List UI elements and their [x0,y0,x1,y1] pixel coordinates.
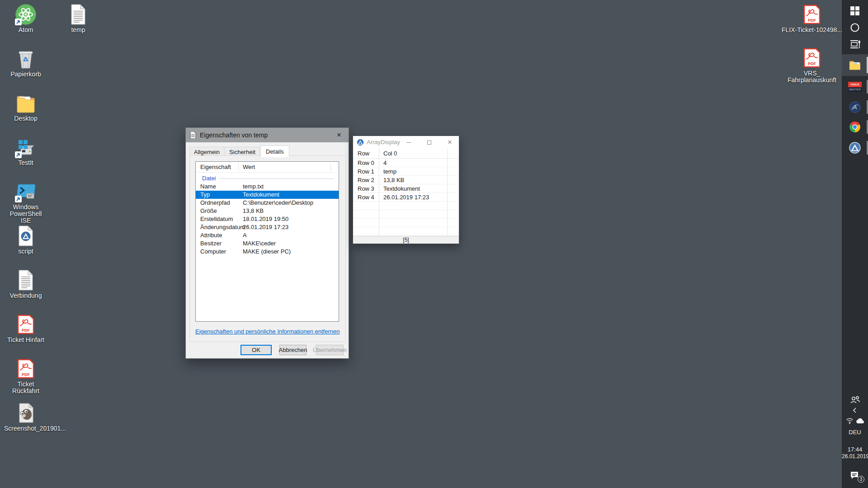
autoit-button[interactable]: A [842,98,868,117]
close-icon[interactable]: × [330,128,349,142]
language-label: DEU [842,429,868,436]
detail-row-aenderungsdatum[interactable]: Änderungsdatum 26.01.2019 17:23 [196,223,339,231]
desktop-icon-vrs-fahrplanauskunft[interactable]: PDF VRS_ Fahrplanauskunft [780,47,844,84]
array-row-1[interactable]: Row 1 temp [353,167,459,176]
pdf-file-icon: PDF [15,358,37,380]
file-explorer-button[interactable] [842,54,868,76]
array-row-0[interactable]: Row 0 4 [353,159,459,167]
desktop-icon-desktop-folder[interactable]: Desktop [4,92,47,122]
ok-button[interactable]: OK [241,345,272,355]
array-row-3[interactable]: Row 3 Textdokument [353,184,459,193]
desktop-icon-script[interactable]: script [4,225,47,255]
cortana-circle-icon [850,23,860,33]
tray-icons[interactable] [842,415,868,426]
column-header-value: Wert [243,164,255,170]
arraydisplay-titlebar[interactable]: ArrayDisplay × [353,136,459,149]
autohotkey-button[interactable] [842,138,868,157]
icon-label: Verbindung [4,292,47,299]
detail-row-typ-selected[interactable]: Typ Textdokument [196,191,339,199]
desktop-icon-flix-ticket[interactable]: PDF FLIX-Ticket-102498... [780,4,844,33]
tab-details[interactable]: Details [260,145,289,157]
close-icon[interactable]: × [440,136,459,149]
detail-row-besitzer[interactable]: Besitzer MAKE\ceder [196,239,339,248]
script-file-icon [15,225,37,247]
array-row-2[interactable]: Row 2 13,8 KB [353,176,459,184]
icon-label: Atom [4,27,47,33]
dialog-titlebar[interactable]: Eigenschaften von temp × [186,128,349,142]
clock-time: 17:44 [842,446,868,453]
voicemeeter-button[interactable]: VOICE MEETER [842,77,868,96]
taskbar: VOICE MEETER A [842,0,868,488]
pdf-label: PDF [15,328,37,333]
icon-label: Desktop [4,115,47,122]
array-status-bar: [5] [353,236,459,244]
show-hidden-icons-button[interactable] [842,405,868,415]
group-label-datei: Datei [202,175,216,182]
desktop-icon-ticket-rueckfahrt[interactable]: PDF Ticket Rückfahrt [4,358,47,394]
shortcut-arrow-icon [15,19,22,25]
clock[interactable]: 17:44 26.01.2019 [842,445,868,461]
action-center-button[interactable]: 3 [842,467,868,483]
text-document-icon [15,269,37,291]
detail-row-groesse[interactable]: Größe 13,8 KB [196,207,339,215]
windows-logo-icon [850,6,859,15]
recycle-bin-icon [15,48,37,70]
details-list-header: Eigenschaft Wert [196,162,339,173]
powershell-ise-icon [15,181,37,202]
column-header-row: Row [358,150,369,157]
icon-label: Screenshot_201901... [4,425,47,432]
drive-windows-icon [15,136,37,158]
apply-button-disabled: Übernehmen [316,345,344,355]
detail-row-attribute[interactable]: Attribute A [196,231,339,239]
desktop-icon-papierkorb[interactable]: Papierkorb [4,48,47,78]
folder-chrome-icon [15,92,37,114]
group-divider-line [219,178,334,179]
properties-document-icon [190,131,196,139]
svg-text:A: A [853,104,857,111]
icon-label: script [4,248,47,255]
desktop: Atom temp Papierkorb [0,0,868,488]
shortcut-arrow-icon [15,151,22,158]
language-indicator[interactable]: DEU [842,427,868,436]
icon-label: Ticket Rückfahrt [4,381,47,394]
array-row-empty [353,219,459,227]
pdf-label: PDF [801,18,823,23]
column-header-col0: Col 0 [383,150,397,157]
pdf-file-icon: PDF [801,47,823,69]
notification-badge: 3 [858,476,864,483]
detail-row-name[interactable]: Name temp.txt [196,183,339,191]
start-button[interactable] [842,1,868,20]
desktop-icon-verbindung[interactable]: Verbindung [4,269,47,299]
clock-date: 26.01.2019 [842,453,868,460]
icon-label: Papierkorb [4,71,47,78]
array-table-header: Row Col 0 [353,149,459,159]
desktop-icon-screenshot[interactable]: Screenshot_201901... [4,402,47,432]
detail-row-erstelldatum[interactable]: Erstelldatum 18.01.2019 19:50 [196,215,339,223]
array-row-empty [353,227,459,236]
text-document-icon [67,4,89,25]
minimize-icon[interactable] [399,136,419,149]
detail-row-computer[interactable]: Computer MAKE (dieser PC) [196,248,339,256]
task-view-button[interactable] [842,35,868,54]
people-button[interactable] [842,393,868,407]
array-row-4[interactable]: Row 4 26.01.2019 17:23 [353,193,459,202]
desktop-icon-atom[interactable]: Atom [4,4,47,33]
remove-properties-link[interactable]: Eigenschaften und persönliche Informatio… [195,328,340,335]
onedrive-cloud-icon [856,418,864,424]
details-list: Eigenschaft Wert Datei Name temp.txt Typ… [195,161,339,322]
detail-row-ordnerpfad[interactable]: Ordnerpfad C:\Benutzer\ceder\Desktop [196,199,339,207]
desktop-icon-temp[interactable]: temp [57,4,100,33]
column-divider [238,163,239,171]
globe-a-icon: A [849,101,861,113]
cortana-button[interactable] [842,18,868,37]
cancel-button[interactable]: Abbrechen [279,345,307,355]
dialog-title: Eigenschaften von temp [200,131,268,139]
desktop-icon-ticket-hinfart[interactable]: PDF Ticket Hinfart [4,314,47,343]
chrome-button[interactable] [842,117,868,136]
icon-label: Ticket Hinfart [4,337,47,343]
chrome-icon [849,121,861,133]
network-wifi-icon [846,418,854,424]
desktop-icon-powershell-ise[interactable]: Windows PowerShell ISE [4,181,47,224]
desktop-icon-testit[interactable]: TestIt [4,136,47,166]
maximize-icon[interactable] [419,136,439,149]
